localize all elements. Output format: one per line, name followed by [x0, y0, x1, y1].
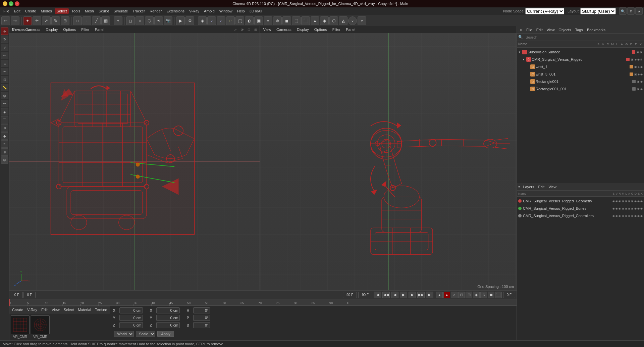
coord-x-input[interactable]	[119, 307, 143, 313]
menu-create[interactable]: Create	[23, 8, 38, 14]
sphere-btn[interactable]: ○	[136, 16, 144, 25]
menu-file[interactable]: File	[1, 8, 11, 14]
total-frames-input[interactable]	[503, 292, 515, 298]
tool-path[interactable]: ⊂	[1, 60, 8, 67]
add-btn[interactable]: +	[114, 16, 122, 25]
obj-file-menu[interactable]: File	[525, 28, 534, 32]
poly-mode-btn[interactable]: ▦	[101, 16, 110, 25]
layer-geometry[interactable]: CMR_Surgical_Versus_Rigged_Geometry ◉ ◉ …	[517, 197, 644, 205]
coord-y-input[interactable]	[119, 315, 143, 321]
layers-tree[interactable]: CMR_Surgical_Versus_Rigged_Geometry ◉ ◉ …	[517, 197, 644, 340]
obj-subdivision-surface[interactable]: ▼ Subdivision Surface ▣ ▣	[517, 48, 644, 56]
menu-vray[interactable]: V-Ray	[187, 8, 201, 14]
sub-view[interactable]: View	[50, 308, 61, 312]
tool12-btn[interactable]: ◭	[339, 16, 347, 25]
anim-btn[interactable]: ◈	[198, 16, 207, 25]
coord-z-input[interactable]	[119, 322, 143, 328]
maximize-button[interactable]: □	[9, 1, 13, 6]
layer-controllers[interactable]: CMR_Surgical_Versus_Rigged_Controllers ◉…	[517, 212, 644, 219]
vpr-cameras-menu[interactable]: Cameras	[275, 28, 293, 32]
vp-display-menu[interactable]: Display	[44, 28, 59, 32]
tool2-btn[interactable]: ◐	[245, 16, 254, 25]
keyframe-auto-btn[interactable]: ○	[451, 292, 458, 298]
next-frame-button[interactable]: ▶▶	[417, 292, 425, 298]
transform-tool-btn[interactable]: ⊞	[61, 16, 69, 25]
redo-button[interactable]: ↪	[11, 16, 19, 25]
search-icon[interactable]: 🔍	[619, 7, 627, 15]
object-mode-btn[interactable]: □	[73, 16, 82, 25]
tool-rotate[interactable]: ↻	[1, 36, 8, 43]
world-dropdown[interactable]: World	[114, 331, 134, 337]
coord-h-input[interactable]	[193, 307, 210, 313]
panel-menu-icon[interactable]: ≡	[518, 27, 524, 33]
obj-wrist-1[interactable]: ▶ ⬡ wrist_1 ▣ ◈ ◉	[517, 63, 644, 70]
tool-field[interactable]: ◆	[1, 132, 8, 140]
vpr-options-menu[interactable]: Options	[313, 28, 328, 32]
sub-select[interactable]: Select	[62, 308, 75, 312]
node-space-dropdown[interactable]: Current (V-Ray)	[525, 8, 564, 14]
tool-measure[interactable]: 📏	[1, 84, 8, 91]
prev-frame-button[interactable]: ◀◀	[382, 292, 390, 298]
tool-knife[interactable]: ✁	[1, 68, 8, 75]
coord-p-input[interactable]	[193, 315, 210, 321]
tool-bend[interactable]: ⌒	[1, 116, 8, 123]
sub-edit[interactable]: Edit	[40, 308, 49, 312]
coord-x2-input[interactable]	[156, 307, 180, 313]
frame-end-display[interactable]	[343, 292, 357, 298]
obj-rectangle001-001[interactable]: ▶ □ Rectangle001_001 ▣ ◉	[517, 85, 644, 93]
menu-select[interactable]: Select	[55, 8, 69, 14]
play-button[interactable]: ▶	[400, 292, 407, 298]
vray2-btn[interactable]: V·	[217, 16, 225, 25]
menu-render[interactable]: Render	[148, 8, 164, 14]
obj-cmr-rigged[interactable]: ▼ ⬡ CMR_Surgical_Versus_Rigged ▣ ◈ ◉ ⊡	[517, 56, 644, 63]
bookmark-icon[interactable]: ★	[635, 7, 643, 15]
keyframe-2-btn[interactable]: ⊡	[458, 292, 465, 298]
current-frame-input[interactable]	[11, 292, 23, 298]
vray4-btn[interactable]: V	[358, 16, 366, 25]
layers-menu-icon[interactable]: ≡	[518, 185, 520, 189]
timeline-cursor[interactable]	[9, 299, 10, 306]
menu-simulate[interactable]: Simulate	[112, 8, 130, 14]
menu-tracker[interactable]: Tracker	[130, 8, 147, 14]
timeline-ruler[interactable]: 0 5 10 15 20 25 30 35 40 45 50 55 60 65	[9, 299, 517, 306]
render-btn[interactable]: ▶	[176, 16, 185, 25]
keyframe-record-btn[interactable]: ●	[443, 292, 450, 298]
layers-menu[interactable]: Layers	[522, 185, 535, 189]
tool11-btn[interactable]: ⬡	[329, 16, 338, 25]
search-input[interactable]	[524, 35, 643, 40]
menu-edit[interactable]: Edit	[12, 8, 22, 14]
frame-start-input[interactable]	[23, 292, 36, 298]
menu-modes[interactable]: Modes	[39, 8, 54, 14]
obj-view-menu[interactable]: View	[545, 28, 556, 32]
obj-bookmarks-menu[interactable]: Bookmarks	[586, 28, 607, 32]
layers-view-menu[interactable]: View	[547, 185, 558, 189]
go-start-button[interactable]: |◀	[374, 292, 381, 298]
minimize-button[interactable]: −	[3, 1, 7, 6]
vray-btn[interactable]: V	[207, 16, 216, 25]
layout-icon[interactable]: ⊞	[253, 27, 258, 32]
keyframe-btn[interactable]: ●	[436, 292, 443, 298]
preview-thumb-2[interactable]	[31, 315, 50, 334]
tool6-btn[interactable]: ◼	[282, 16, 291, 25]
layers-edit-menu[interactable]: Edit	[537, 185, 546, 189]
tool-draw[interactable]: ✏	[1, 52, 8, 59]
tool-scale[interactable]: ⤢	[1, 44, 8, 51]
menu-help[interactable]: Help	[235, 8, 247, 14]
obj-rectangle001[interactable]: ▶ □ Rectangle001 ▣ ◉	[517, 78, 644, 85]
vpr-display-menu[interactable]: Display	[296, 28, 310, 32]
tool-select[interactable]: ✛	[1, 28, 8, 35]
cube-btn[interactable]: ◻	[126, 16, 135, 25]
menu-3dtoall[interactable]: 3DToAll	[248, 8, 264, 14]
keyframe-5-btn[interactable]: ⊕	[480, 292, 487, 298]
viewport-left[interactable]: View Cameras Display Options Filter Pane…	[9, 26, 260, 290]
menu-arnold[interactable]: Arnold	[202, 8, 217, 14]
camera-btn[interactable]: 📷	[164, 16, 172, 25]
tool-spline[interactable]: 〜	[1, 100, 8, 107]
sub-vray[interactable]: V-Ray	[26, 308, 39, 312]
menu-mesh[interactable]: Mesh	[83, 8, 96, 14]
move-tool-btn[interactable]: ✛	[33, 16, 41, 25]
tool10-btn[interactable]: ◆	[320, 16, 329, 25]
sub-texture[interactable]: Texture	[94, 308, 108, 312]
tool-char[interactable]: ©	[1, 156, 8, 164]
vpr-view-menu[interactable]: View	[262, 28, 272, 32]
